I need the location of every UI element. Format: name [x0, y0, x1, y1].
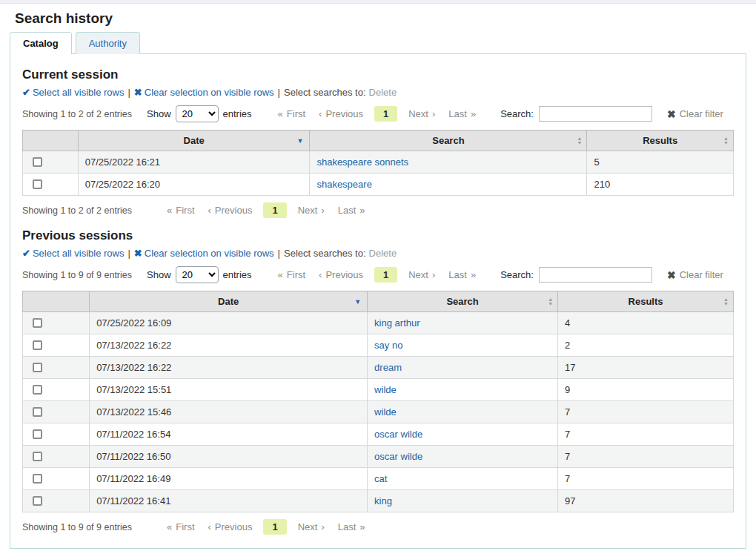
row-checkbox[interactable] [33, 429, 42, 439]
first-page-button[interactable]: «First [160, 519, 202, 535]
select-all-link[interactable]: Select all visible rows [33, 87, 125, 98]
tab-catalog[interactable]: Catalog [10, 32, 72, 54]
showing-info: Showing 1 to 2 of 2 entries [22, 109, 141, 119]
search-term-link[interactable]: shakespeare [316, 179, 371, 190]
double-left-icon: « [167, 521, 172, 532]
page-1-button[interactable]: 1 [374, 106, 397, 122]
row-checkbox[interactable] [33, 474, 42, 484]
search-cell: dream [368, 357, 558, 379]
search-term-link[interactable]: oscar wilde [374, 451, 422, 462]
results-cell: 4 [558, 312, 734, 334]
table-controls-row: Showing 1 to 2 of 2 entries Show 20 entr… [22, 105, 734, 122]
clear-filter-button[interactable]: ✖Clear filter [667, 269, 723, 281]
search-term-link[interactable]: wilde [374, 384, 397, 395]
table-search-input[interactable] [539, 106, 652, 122]
next-page-button[interactable]: Next› [291, 519, 331, 535]
tab-authority[interactable]: Authority [76, 32, 140, 54]
last-page-button[interactable]: Last» [442, 106, 483, 122]
date-column-header[interactable]: Date▼ [90, 291, 368, 312]
select-column-header [23, 131, 79, 151]
search-term-link[interactable]: dream [374, 362, 402, 373]
date-cell: 07/13/2022 16:22 [90, 357, 368, 379]
first-page-button[interactable]: «First [271, 106, 313, 122]
search-column-header[interactable]: Search▲▼ [310, 131, 587, 151]
table-footer-row: Showing 1 to 9 of 9 entries «First ‹Prev… [22, 519, 734, 535]
selection-links-row: ✔Select all visible rows|✖Clear selectio… [22, 248, 734, 259]
table-footer-row: Showing 1 to 2 of 2 entries «First ‹Prev… [22, 202, 734, 218]
previous-page-button[interactable]: ‹Previous [312, 106, 370, 122]
table-row: 07/25/2022 16:20 shakespeare 210 [23, 174, 734, 196]
page-1-button[interactable]: 1 [374, 267, 397, 283]
delete-link[interactable]: Delete [369, 248, 397, 259]
row-checkbox[interactable] [33, 385, 42, 395]
last-page-button[interactable]: Last» [442, 267, 483, 283]
row-checkbox[interactable] [33, 179, 42, 189]
page-size-select[interactable]: 20 [176, 105, 219, 122]
first-page-button[interactable]: «First [160, 202, 202, 218]
clear-filter-button[interactable]: ✖Clear filter [667, 108, 723, 120]
table-row: 07/13/2022 15:46 wilde 7 [23, 401, 734, 423]
select-column-header [23, 291, 90, 312]
search-term-link[interactable]: shakespeare sonnets [316, 156, 408, 168]
table-header-row: Date▼ Search▲▼ Results▲▼ [23, 291, 734, 312]
row-checkbox[interactable] [33, 363, 42, 372]
page-size-select[interactable]: 20 [176, 266, 219, 283]
previous-page-button[interactable]: ‹Previous [202, 519, 259, 535]
first-page-button[interactable]: «First [271, 267, 313, 283]
sort-descending-icon: ▼ [354, 298, 361, 306]
row-checkbox[interactable] [33, 496, 42, 506]
next-page-button[interactable]: Next› [402, 267, 442, 283]
search-column-header[interactable]: Search▲▼ [368, 291, 558, 312]
search-term-link[interactable]: cat [374, 473, 387, 484]
delete-link[interactable]: Delete [369, 87, 397, 98]
section-heading: Previous sessions [22, 228, 734, 243]
chevron-right-icon: › [321, 205, 324, 216]
last-page-button[interactable]: Last» [331, 519, 372, 535]
double-right-icon: » [359, 521, 365, 532]
last-page-button[interactable]: Last» [331, 202, 372, 218]
page-1-button[interactable]: 1 [263, 202, 286, 218]
results-cell: 97 [558, 490, 734, 512]
previous-page-button[interactable]: ‹Previous [202, 202, 259, 218]
row-checkbox[interactable] [33, 340, 42, 350]
chevron-right-icon: › [432, 269, 435, 280]
search-term-link[interactable]: say no [374, 340, 402, 351]
separator: | [127, 248, 130, 259]
table-search-input[interactable] [539, 267, 652, 283]
sort-icon: ▲▼ [548, 297, 553, 306]
date-cell: 07/11/2022 16:41 [90, 490, 368, 512]
double-left-icon: « [167, 205, 172, 216]
section-heading: Current session [22, 67, 734, 82]
current-session-section: Current session ✔Select all visible rows… [22, 67, 734, 218]
next-page-button[interactable]: Next› [402, 106, 442, 122]
pagination: «First ‹Previous 1 Next› Last» [271, 267, 483, 283]
clear-selection-link[interactable]: Clear selection on visible rows [145, 248, 274, 259]
search-term-link[interactable]: wilde [374, 406, 397, 418]
checkbox-cell [23, 468, 90, 490]
search-label: Search: [500, 108, 534, 119]
search-cell: cat [368, 468, 558, 490]
search-term-link[interactable]: king arthur [374, 317, 420, 329]
search-cell: wilde [368, 379, 558, 401]
double-left-icon: « [278, 108, 283, 119]
results-column-header[interactable]: Results▲▼ [558, 291, 734, 312]
previous-sessions-section: Previous sessions ✔Select all visible ro… [22, 228, 734, 535]
search-term-link[interactable]: oscar wilde [374, 429, 422, 440]
select-all-link[interactable]: Select all visible rows [33, 248, 125, 259]
previous-page-button[interactable]: ‹Previous [312, 267, 370, 283]
search-term-link[interactable]: king [374, 495, 392, 507]
results-column-header[interactable]: Results▲▼ [587, 131, 734, 151]
check-icon: ✔ [22, 87, 30, 98]
row-checkbox[interactable] [33, 407, 42, 417]
row-checkbox[interactable] [33, 318, 42, 328]
row-checkbox[interactable] [33, 452, 42, 461]
checkbox-cell [23, 151, 79, 174]
clear-selection-link[interactable]: Clear selection on visible rows [145, 87, 274, 98]
next-page-button[interactable]: Next› [291, 202, 331, 218]
date-cell: 07/25/2022 16:09 [90, 312, 368, 334]
page-1-button[interactable]: 1 [263, 519, 286, 535]
checkbox-cell [23, 174, 79, 196]
date-column-header[interactable]: Date▼ [78, 131, 310, 151]
row-checkbox[interactable] [33, 157, 42, 167]
pagination: «First ‹Previous 1 Next› Last» [160, 519, 372, 535]
